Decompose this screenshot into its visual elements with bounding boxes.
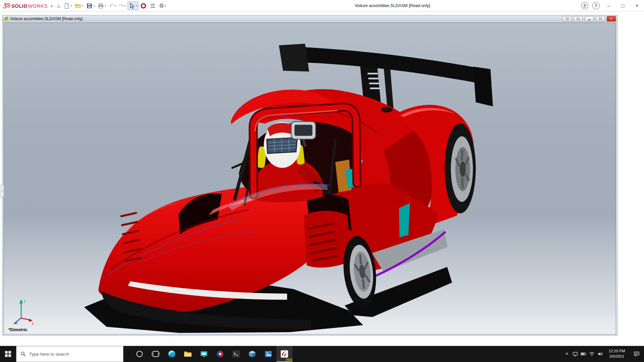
mdi-workspace: Voiture assomblee.SLDASM [Read-only] × bbox=[0, 12, 644, 346]
app-window-title: Voiture assomblee.SLDASM [Read-only] bbox=[342, 0, 443, 11]
redo-button[interactable]: ↷ ▾ bbox=[118, 1, 127, 10]
document-titlebar[interactable]: Voiture assomblee.SLDASM [Read-only] × bbox=[2, 15, 617, 22]
file-explorer-button[interactable] bbox=[180, 346, 196, 362]
file-explorer-icon bbox=[183, 350, 192, 358]
photos-button[interactable] bbox=[260, 346, 276, 362]
doc-pane-button-1[interactable] bbox=[562, 16, 572, 21]
3dexperience-button[interactable] bbox=[212, 346, 228, 362]
dropdown-arrow-icon[interactable]: ▾ bbox=[124, 4, 126, 7]
new-document-icon bbox=[63, 3, 70, 9]
ds-logo-icon: ƷS bbox=[3, 2, 10, 9]
mouse-gestures-button[interactable] bbox=[139, 1, 148, 10]
account-button[interactable] bbox=[581, 2, 588, 9]
doc-close-button[interactable]: × bbox=[607, 16, 616, 21]
dropdown-arrow-icon[interactable]: ▾ bbox=[115, 4, 116, 7]
app-close-button[interactable]: × bbox=[630, 0, 644, 11]
search-input[interactable] bbox=[29, 352, 113, 357]
system-tray: ^ bbox=[563, 346, 644, 362]
menu-flyout-arrow[interactable]: ▸ bbox=[51, 4, 53, 8]
view-orientation-label: *Dimetric bbox=[8, 327, 28, 332]
orientation-triad[interactable]: y x bbox=[10, 298, 35, 325]
dropdown-arrow-icon[interactable]: ▾ bbox=[136, 4, 137, 7]
minimize-icon: – bbox=[607, 3, 610, 8]
options-button[interactable]: ⚙ ▾ bbox=[158, 1, 167, 10]
cortana-button[interactable] bbox=[131, 346, 148, 362]
undo-icon: ↶ bbox=[109, 3, 114, 9]
mouse-gestures-icon bbox=[140, 3, 147, 9]
3d-model-car-assembly[interactable] bbox=[4, 23, 616, 334]
start-button[interactable] bbox=[0, 346, 16, 362]
clock-date: 3/5/2021 bbox=[604, 354, 629, 359]
solidworks-2021-button[interactable]: 2021 bbox=[276, 346, 292, 362]
battery-icon bbox=[581, 351, 586, 357]
network-button[interactable] bbox=[588, 346, 596, 362]
command-prompt-button[interactable] bbox=[228, 346, 244, 362]
taskbar-search[interactable] bbox=[16, 346, 123, 362]
app-maximize-button[interactable]: □ bbox=[616, 0, 630, 11]
x-axis-arrow bbox=[29, 319, 33, 322]
window-pane-icon bbox=[566, 18, 569, 20]
save-button[interactable]: ▾ bbox=[85, 1, 96, 10]
app-titlebar: ƷS SOLID WORKS ▸ ⌂ ▾ ▾ bbox=[0, 0, 644, 11]
battery-button[interactable] bbox=[579, 346, 588, 362]
user-icon bbox=[583, 4, 587, 8]
solidworks-logo: ƷS SOLID WORKS ▸ bbox=[3, 0, 53, 11]
dropdown-arrow-icon[interactable]: ▾ bbox=[93, 4, 95, 7]
redo-icon: ↷ bbox=[119, 3, 124, 9]
properties-list-icon bbox=[150, 3, 156, 9]
select-tool-button[interactable]: ▾ bbox=[127, 1, 139, 10]
monitor-tray-icon bbox=[573, 351, 578, 357]
door-glass[interactable] bbox=[399, 203, 410, 238]
store-button[interactable] bbox=[196, 346, 212, 362]
print-button[interactable]: ▾ bbox=[96, 1, 107, 10]
help-icon: ? bbox=[595, 3, 597, 8]
solidworks-file-button[interactable] bbox=[244, 346, 260, 362]
volume-button[interactable] bbox=[596, 346, 604, 362]
maximize-icon: □ bbox=[622, 3, 624, 8]
photos-icon bbox=[264, 350, 273, 358]
app-minimize-button[interactable]: – bbox=[602, 0, 616, 11]
save-icon bbox=[86, 3, 93, 9]
doc-restore-button[interactable] bbox=[596, 16, 605, 21]
clock-time: 12:20 PM bbox=[604, 349, 629, 354]
dropdown-arrow-icon[interactable]: ▾ bbox=[165, 4, 166, 7]
display-options-button[interactable] bbox=[148, 1, 157, 10]
doc-minimize-button[interactable] bbox=[585, 16, 594, 21]
new-document-button[interactable]: ▾ bbox=[62, 1, 73, 10]
dropdown-arrow-icon[interactable]: ▾ bbox=[82, 4, 83, 7]
action-center-button[interactable] bbox=[629, 346, 644, 362]
help-button[interactable]: ? bbox=[592, 2, 600, 9]
feature-manager-collapsed-tab[interactable]: ‹ bbox=[0, 185, 4, 197]
print-icon bbox=[98, 3, 104, 9]
open-button[interactable]: ▾ bbox=[73, 1, 85, 10]
collapse-arrow-icon: ‹ bbox=[1, 189, 2, 193]
taskbar-clock[interactable]: 12:20 PM 3/5/2021 bbox=[604, 349, 629, 359]
console-icon bbox=[232, 350, 240, 358]
open-folder-icon bbox=[75, 3, 81, 9]
close-icon: × bbox=[636, 3, 638, 8]
edge-icon bbox=[167, 350, 176, 358]
solidworks-year-badge: 2021 bbox=[286, 358, 292, 361]
x-axis-label: x bbox=[32, 322, 34, 325]
task-view-button[interactable] bbox=[148, 346, 164, 362]
store-icon bbox=[200, 350, 208, 358]
minimize-icon bbox=[588, 19, 591, 20]
options-gear-icon: ⚙ bbox=[159, 3, 164, 9]
dropdown-arrow-icon[interactable]: ▾ bbox=[70, 4, 72, 7]
undo-button[interactable]: ↶ ▾ bbox=[108, 1, 117, 10]
document-title: Voiture assomblee.SLDASM [Read-only] bbox=[10, 16, 83, 21]
dropdown-arrow-icon[interactable]: ▾ bbox=[105, 4, 106, 7]
solidworks-app-icon bbox=[280, 350, 289, 358]
graphics-viewport[interactable]: y x *Dimetric bbox=[3, 22, 616, 335]
notification-icon bbox=[634, 351, 640, 357]
tray-expand-button[interactable]: ^ bbox=[563, 352, 571, 357]
brand-text-works: WORKS bbox=[28, 3, 48, 9]
task-view-icon bbox=[151, 350, 160, 358]
edge-button[interactable] bbox=[164, 346, 180, 362]
home-button[interactable]: ⌂ bbox=[56, 1, 62, 10]
y-axis-label: y bbox=[24, 299, 25, 303]
brand-text-solid: SOLID bbox=[11, 3, 28, 9]
wifi-icon bbox=[589, 351, 595, 357]
doc-pane-button-2[interactable] bbox=[574, 16, 583, 21]
tray-app-button[interactable] bbox=[571, 346, 579, 362]
